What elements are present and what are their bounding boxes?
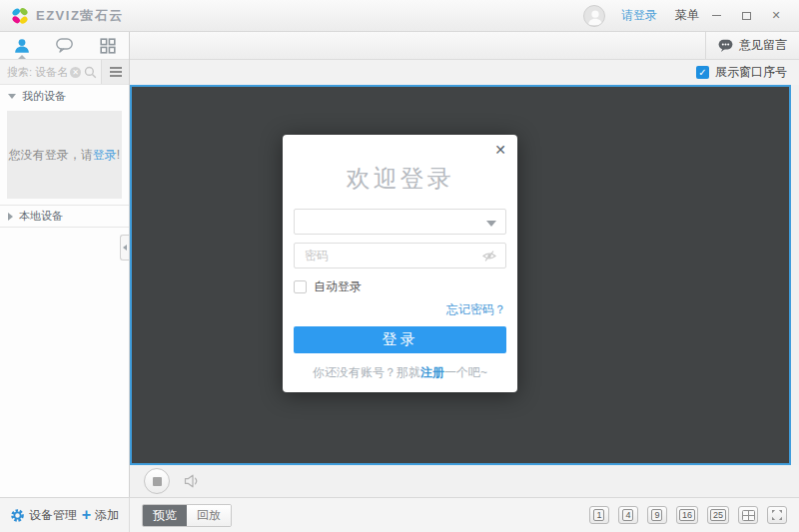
login-notice-text: 您没有登录，请 [9,147,93,164]
chevron-down-icon [8,94,16,99]
dialog-title: 欢迎登录 [294,165,506,193]
layout-25-button[interactable]: 25 [707,506,729,524]
register-hint-suffix: 一个吧~ [444,365,487,379]
auto-login-row: 自动登录 [294,278,506,295]
fullscreen-icon [771,509,783,521]
login-button[interactable]: 登录 [294,326,506,353]
titlebar-login-link[interactable]: 请登录 [621,7,657,24]
minimize-icon [712,15,721,16]
login-dialog: ✕ 欢迎登录 自动登录 忘记密码？ 登录 你还没有账号？那就注册一个吧~ [283,135,517,392]
dialog-close-button[interactable]: ✕ [494,143,506,157]
ezviz-logo-icon [10,6,30,26]
sidebar-search-row: ✕ [0,60,129,85]
register-hint-prefix: 你还没有账号？那就 [313,365,420,379]
titlebar-menu[interactable]: 菜单 [675,7,699,24]
active-tab-caret-icon [18,55,26,59]
username-value [295,210,505,222]
layout-1-button[interactable]: 1 [589,506,609,524]
maximize-icon [742,12,751,20]
stop-icon [153,477,162,486]
messages-tab-icon [55,37,74,54]
tab-devices-list[interactable] [0,32,43,59]
device-management-label: 设备管理 [29,507,77,524]
titlebar-right: 请登录 菜单 ✕ [583,5,789,27]
avatar-person-icon [584,6,605,27]
password-eye-icon[interactable] [481,249,497,264]
volume-icon [184,474,201,488]
search-icon[interactable] [84,66,97,79]
list-view-button[interactable] [101,60,129,84]
view-options-bar: ✓ 展示窗口序号 [130,60,799,85]
volume-button[interactable] [184,474,201,488]
collapse-sidebar-icon [123,245,127,251]
password-field[interactable] [303,248,481,264]
username-dropdown[interactable] [294,209,506,235]
feedback-icon [718,39,733,53]
auto-login-label: 自动登录 [314,278,362,295]
close-button[interactable]: ✕ [763,6,789,26]
clear-search-icon[interactable]: ✕ [70,67,81,78]
main-toolbar: 意见留言 [130,32,799,60]
my-devices-label: 我的设备 [22,89,66,104]
playback-control-bar [130,465,799,497]
add-device-button[interactable]: + 添加 [82,507,119,524]
preview-playback-tabs: 预览 回放 [142,504,232,527]
layout-4-button[interactable]: 4 [618,506,638,524]
contacts-tab-icon [13,37,31,55]
local-devices-label: 本地设备 [19,209,63,224]
tab-playback[interactable]: 回放 [187,505,231,526]
sidebar-content: 我的设备 您没有登录，请登录! 本地设备 [0,85,129,497]
collapse-sidebar-handle[interactable] [120,235,129,261]
devices-tab-icon [100,38,116,54]
sidebar-tabs [0,32,129,60]
list-view-icon [110,67,122,69]
chevron-right-icon [8,213,13,221]
device-management-button[interactable]: 设备管理 [10,507,77,524]
fullscreen-button[interactable] [767,506,787,524]
login-notice-suffix: ! [117,148,120,162]
bottom-left-section: 设备管理 + 添加 [0,498,130,532]
auto-login-checkbox[interactable] [294,280,307,293]
gear-icon [10,508,25,523]
search-input[interactable] [0,66,70,78]
register-hint: 你还没有账号？那就注册一个吧~ [294,364,506,381]
custom-layout-icon [742,510,755,521]
app-title: EZVIZ萤石云 [36,7,124,25]
show-window-number-checkbox[interactable]: ✓ [696,66,709,79]
login-notice-panel: 您没有登录，请登录! [7,111,122,199]
sidebar-login-link[interactable]: 登录 [93,147,117,164]
add-icon: + [82,508,91,522]
app-logo: EZVIZ萤石云 [10,6,124,26]
section-my-devices[interactable]: 我的设备 [0,85,129,108]
custom-layout-button[interactable] [738,506,758,524]
password-field-wrap [294,243,506,268]
add-label: 添加 [95,507,119,524]
app-window: EZVIZ萤石云 请登录 菜单 ✕ [0,0,799,532]
sidebar: ✕ 我的设备 您没有登录，请登录! 本地设备 [0,32,130,497]
layout-9-button[interactable]: 9 [647,506,667,524]
show-window-number-label: 展示窗口序号 [715,64,787,81]
forgot-password-link[interactable]: 忘记密码？ [294,301,506,318]
layout-buttons: 1 4 9 16 25 [589,506,799,524]
tab-preview[interactable]: 预览 [143,505,187,526]
feedback-label: 意见留言 [739,37,787,54]
minimize-button[interactable] [703,6,729,26]
bottom-bar: 设备管理 + 添加 预览 回放 1 4 9 16 25 [0,497,799,532]
section-local-devices[interactable]: 本地设备 [0,205,129,228]
stop-button[interactable] [144,468,170,494]
tab-device-grid[interactable] [86,32,129,59]
avatar[interactable] [583,5,605,27]
dropdown-arrow-icon [486,221,496,227]
feedback-button[interactable]: 意见留言 [705,32,799,59]
maximize-button[interactable] [733,6,759,26]
titlebar: EZVIZ萤石云 请登录 菜单 ✕ [0,0,799,32]
layout-16-button[interactable]: 16 [676,506,698,524]
register-link[interactable]: 注册 [420,365,444,379]
tab-messages[interactable] [43,32,86,59]
